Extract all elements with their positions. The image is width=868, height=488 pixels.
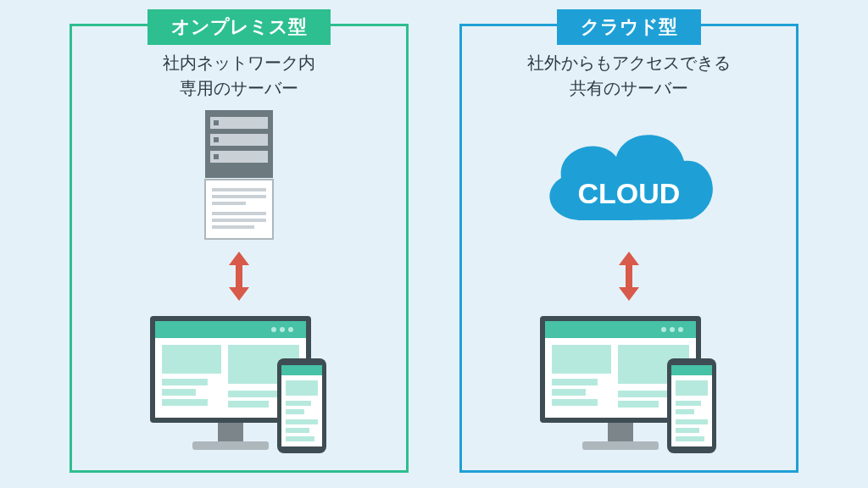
- svg-point-19: [280, 327, 285, 332]
- svg-rect-54: [582, 441, 659, 450]
- svg-rect-35: [286, 409, 304, 414]
- svg-rect-21: [162, 345, 221, 374]
- svg-rect-4: [214, 137, 219, 142]
- client-devices-icon: [523, 308, 735, 460]
- svg-rect-10: [212, 202, 246, 205]
- svg-rect-53: [608, 423, 633, 441]
- svg-marker-14: [229, 252, 249, 301]
- svg-rect-25: [162, 399, 208, 406]
- svg-rect-60: [676, 409, 694, 414]
- desc-line: 社内ネットワーク内: [163, 50, 315, 75]
- svg-rect-1: [210, 117, 268, 129]
- svg-rect-9: [212, 195, 266, 198]
- svg-rect-24: [162, 389, 196, 396]
- svg-rect-62: [676, 428, 699, 433]
- svg-rect-58: [676, 380, 708, 396]
- svg-rect-46: [552, 345, 611, 374]
- svg-point-44: [670, 327, 675, 332]
- svg-point-45: [661, 327, 666, 332]
- panel-cloud: クラウド型 社外からもアクセスできる 共有のサーバー CLOUD: [459, 24, 798, 473]
- svg-rect-34: [286, 401, 311, 406]
- svg-rect-11: [212, 212, 266, 215]
- svg-rect-50: [552, 399, 598, 406]
- svg-rect-33: [286, 380, 318, 396]
- svg-rect-36: [286, 419, 318, 424]
- client-devices-icon: [133, 308, 345, 460]
- svg-rect-49: [552, 389, 586, 396]
- desc-line: 共有のサーバー: [527, 75, 731, 101]
- svg-rect-26: [228, 391, 279, 397]
- svg-rect-37: [286, 428, 309, 433]
- server-rack-icon: [188, 106, 290, 250]
- svg-rect-52: [618, 401, 659, 408]
- cloud-label-text: CLOUD: [578, 177, 681, 209]
- panel-cloud-description: 社外からもアクセスできる 共有のサーバー: [527, 50, 731, 101]
- svg-rect-2: [214, 120, 219, 125]
- svg-rect-59: [676, 401, 701, 406]
- bidirectional-arrow-icon: [226, 252, 252, 301]
- svg-point-20: [271, 327, 276, 332]
- panel-onpremise-description: 社内ネットワーク内 専用のサーバー: [163, 50, 315, 101]
- svg-rect-29: [192, 441, 269, 450]
- svg-rect-38: [286, 436, 314, 441]
- svg-rect-6: [214, 154, 219, 159]
- desc-line: 専用のサーバー: [163, 75, 315, 101]
- svg-rect-5: [210, 151, 268, 163]
- svg-rect-61: [676, 419, 708, 424]
- svg-marker-39: [619, 252, 639, 301]
- svg-rect-8: [212, 188, 266, 191]
- panel-cloud-title: クラウド型: [557, 9, 701, 45]
- svg-rect-27: [228, 401, 269, 408]
- svg-rect-51: [618, 391, 669, 397]
- svg-rect-12: [212, 219, 266, 222]
- panel-onpremise: オンプレミス型 社内ネットワーク内 専用のサーバー: [70, 24, 409, 473]
- svg-rect-48: [552, 379, 598, 385]
- svg-rect-28: [218, 423, 243, 441]
- svg-point-18: [288, 327, 293, 332]
- cloud-icon: CLOUD: [531, 106, 726, 250]
- svg-rect-57: [671, 365, 712, 375]
- svg-rect-23: [162, 379, 208, 385]
- svg-rect-32: [281, 365, 322, 375]
- panel-onpremise-title: オンプレミス型: [147, 9, 331, 45]
- desc-line: 社外からもアクセスできる: [527, 50, 731, 75]
- svg-rect-13: [212, 225, 254, 229]
- svg-point-43: [678, 327, 683, 332]
- svg-rect-3: [210, 134, 268, 146]
- svg-rect-63: [676, 436, 704, 441]
- bidirectional-arrow-icon: [616, 252, 642, 301]
